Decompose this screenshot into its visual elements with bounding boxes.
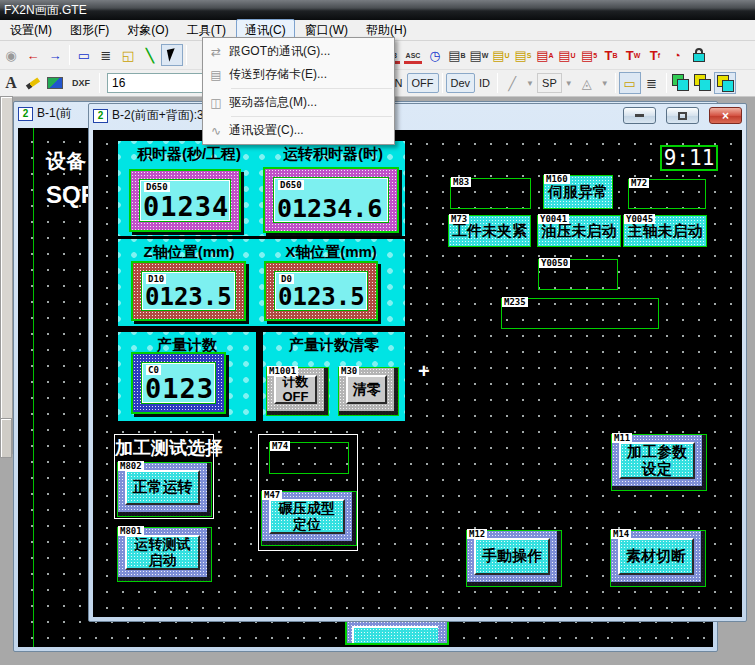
menu-item-comm-settings[interactable]: ∿ 通讯设置(C)... [203, 119, 394, 142]
b2-titlebar[interactable]: 2 B-2(前面+背面):3 × [89, 104, 746, 127]
menu-item-transfer-memory-card[interactable]: ▤ 传送到存储卡(E)... [203, 63, 394, 86]
servo-alarm-lamp[interactable]: M160 伺服异常 [543, 175, 613, 209]
view-icon[interactable]: ◉ [0, 44, 22, 66]
menu-settings[interactable]: 设置(M) [2, 20, 60, 41]
id-view-button[interactable]: ID [475, 73, 494, 93]
manual-operation-button[interactable]: M12 手動操作 [466, 530, 562, 587]
toolbar-separator [615, 73, 616, 93]
x-position-display[interactable]: D0 0123.5 [264, 261, 378, 321]
touchkey-bit-icon[interactable]: TB [600, 44, 622, 66]
test-run-button-label: 运转测试 启动 [125, 535, 200, 570]
alarm-list-5-icon[interactable]: ▤5 [578, 44, 600, 66]
clock-value: 9:11 [664, 146, 715, 170]
lamp-display-u-icon[interactable]: ▤U [490, 44, 512, 66]
hydraulic-not-started-lamp[interactable]: Y0041 油压未启动 [537, 215, 621, 247]
front-layer-icon[interactable] [670, 72, 692, 94]
alarm-history-icon[interactable]: ▤A [534, 44, 556, 66]
drive-info-icon: ◫ [203, 96, 229, 110]
device-chip: M801 [118, 526, 144, 536]
ascii-display-icon[interactable]: ASC [402, 44, 424, 66]
line-style-icon[interactable]: ╱ [501, 72, 523, 94]
lamp-display-s-icon[interactable]: ▤S [512, 44, 534, 66]
select-cursor-icon[interactable] [161, 44, 183, 66]
layers-icon[interactable]: ◱ [117, 44, 139, 66]
minimize-button[interactable] [623, 107, 656, 124]
device-chip: M14 [611, 529, 631, 539]
m72-indicator-box[interactable]: M72 [628, 179, 706, 209]
touchkey-func-icon[interactable]: Tf [644, 44, 666, 66]
draw-line-icon[interactable]: ╲ [139, 44, 161, 66]
close-button[interactable]: × [709, 107, 742, 124]
process-param-button[interactable]: M11 加工参数 设定 [611, 434, 707, 491]
m235-indicator-box[interactable]: M235 [501, 298, 659, 329]
b1-text-device[interactable]: 设备 [46, 148, 86, 175]
window-b2[interactable]: 2 B-2(前面+背面):3 × 积时器(秒/工程) 运转积时器(时) Z轴位置… [88, 103, 747, 622]
test-run-button[interactable]: M801 运转测试 启动 [117, 527, 212, 582]
test-select-label: 加工测试选择 [115, 436, 223, 460]
comment-display-w-icon[interactable]: ▤W [468, 44, 490, 66]
dxf-import-icon[interactable]: DXF [66, 72, 96, 94]
device-chip: M1001 [267, 366, 298, 376]
clock-display[interactable]: 9:11 [660, 145, 718, 171]
y0050-indicator-box[interactable]: Y0050 [538, 259, 618, 290]
fill-dropdown-icon[interactable]: ▼ [598, 72, 612, 94]
device-chip: D650 [144, 182, 170, 192]
state-off-button[interactable]: OFF [407, 73, 439, 93]
comment-display-b-icon[interactable]: ▤B [446, 44, 468, 66]
back-layer-icon[interactable] [692, 72, 714, 94]
process-param-button-label: 加工参数 设定 [619, 442, 695, 479]
z-position-display[interactable]: D10 0123.5 [131, 261, 246, 321]
run-timer-label: 运转积时器(时) [265, 145, 401, 164]
menu-separator [231, 116, 392, 117]
rolling-forming-button[interactable]: M47 碾压成型 定位 [261, 491, 357, 546]
sp-style-dropdown-icon[interactable]: ▼ [562, 72, 576, 94]
clock-display-icon[interactable]: ◷ [424, 44, 446, 66]
b1-screen-border [33, 128, 34, 647]
touchkey-word-icon[interactable]: TW [622, 44, 644, 66]
z-axis-label: Z轴位置(mm) [129, 243, 249, 262]
menu-item-drive-info[interactable]: ◫ 驱动器信息(M)... [203, 91, 394, 114]
both-layer-icon[interactable] [714, 72, 736, 94]
m83-indicator-box[interactable]: M83 [450, 178, 531, 209]
normal-run-button[interactable]: M802 正常运转 [117, 462, 212, 517]
data-list-icon[interactable]: ≣ [641, 72, 663, 94]
maximize-button[interactable] [666, 107, 699, 124]
menu-figure[interactable]: 图形(F) [62, 20, 117, 41]
m74-indicator-box[interactable]: M74 [269, 442, 349, 474]
pie-display-icon[interactable]: ◔ [666, 44, 688, 66]
menu-object[interactable]: 对象(O) [119, 20, 176, 41]
window-preview-icon[interactable]: ▭ [619, 72, 641, 94]
toolbar-separator [666, 73, 667, 93]
paint-brush-icon[interactable] [22, 72, 44, 94]
comm-settings-icon: ∿ [203, 124, 229, 138]
spindle-not-started-lamp[interactable]: Y0045 主轴未启动 [623, 215, 707, 247]
b1-partial-button[interactable] [345, 619, 449, 645]
workpiece-unclamped-lamp[interactable]: M73 工件未夹紧 [448, 215, 531, 247]
fill-bucket-icon[interactable]: ◬ [576, 72, 598, 94]
property-list-icon[interactable]: ≣ [95, 44, 117, 66]
forward-arrow-icon[interactable]: → [44, 44, 66, 66]
device-chip: M802 [118, 461, 144, 471]
line-style-dropdown-icon[interactable]: ▼ [523, 72, 537, 94]
back-arrow-icon[interactable]: ← [22, 44, 44, 66]
b2-canvas[interactable]: 积时器(秒/工程) 运转积时器(时) Z轴位置(mm) X轴位置(mm) 产量计… [93, 130, 742, 617]
sp-style-button[interactable]: SP [537, 73, 562, 93]
count-off-button[interactable]: M1001 计数 OFF [266, 367, 329, 416]
device-chip: M12 [467, 529, 487, 539]
screen-switch-icon[interactable]: ▭ [73, 44, 95, 66]
device-view-button[interactable]: Dev [446, 73, 476, 93]
material-cut-button[interactable]: M14 素材切断 [610, 530, 706, 587]
alarm-list-u-icon[interactable]: ▤U [556, 44, 578, 66]
run-timer-display[interactable]: D650 01234.6 [263, 167, 399, 233]
timer-display[interactable]: D650 01234 [129, 169, 241, 232]
image-import-icon[interactable] [44, 72, 66, 94]
security-lock-icon[interactable] [688, 44, 710, 66]
text-tool-icon[interactable]: A [0, 72, 22, 94]
clear-button[interactable]: M30 清零 [338, 367, 399, 416]
counter-value: 0123 [145, 375, 214, 402]
device-chip: C0 [146, 365, 161, 375]
counter-display[interactable]: C0 0123 [131, 352, 226, 414]
crosshair-cursor: + [418, 363, 430, 379]
menu-item-comm-with-got[interactable]: ⇄ 跟GOT的通讯(G)... [203, 40, 394, 63]
servo-alarm-text: 伺服异常 [548, 183, 608, 202]
